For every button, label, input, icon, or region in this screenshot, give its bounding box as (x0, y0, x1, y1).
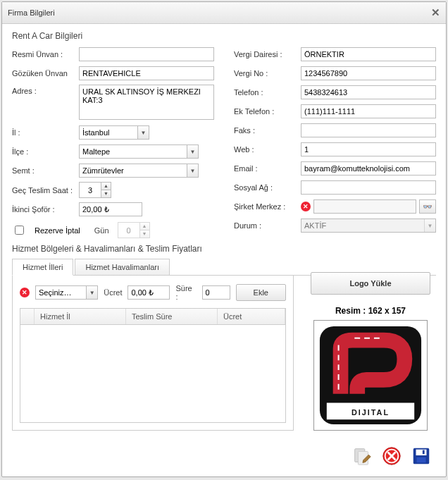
ek-telefon-label: Ek Telefon : (234, 107, 301, 116)
cancel-icon[interactable] (380, 444, 404, 468)
telefon-input[interactable] (301, 85, 436, 99)
spinner-up-icon: ▲ (140, 223, 149, 230)
col-teslim-sure: Teslim Süre (126, 309, 218, 324)
spinner-up-icon[interactable]: ▲ (101, 183, 111, 190)
vergi-no-label: Vergi No : (234, 69, 301, 78)
svg-text:DIJITAL: DIJITAL (351, 408, 390, 417)
gun-input (118, 223, 139, 238)
web-input[interactable] (301, 142, 436, 156)
gec-teslim-label: Geç Teslim Saat : (12, 186, 79, 195)
resmi-unvan-label: Resmi Ünvan : (12, 50, 79, 59)
ilce-label: İlçe : (12, 147, 79, 156)
gozuken-unvan-label: Gözüken Ünvan (12, 69, 79, 78)
semt-label: Semt : (12, 166, 79, 175)
lookup-icon[interactable]: 👓 (419, 199, 436, 214)
close-icon[interactable]: ✕ (431, 6, 440, 19)
gec-teslim-input[interactable] (80, 183, 101, 197)
durum-select[interactable] (301, 219, 436, 233)
sirket-merkez-label: Şirket Merkez : (234, 202, 301, 211)
vergi-dairesi-input[interactable] (301, 47, 436, 61)
faks-label: Faks : (234, 126, 301, 135)
web-label: Web : (234, 145, 301, 154)
chevron-down-icon[interactable]: ▼ (424, 219, 435, 232)
logo-image: DIJITAL (313, 320, 428, 431)
sosyal-ag-label: Sosyal Ağ : (234, 183, 301, 192)
resim-label: Resim : 162 x 157 (335, 306, 406, 316)
vergi-dairesi-label: Vergi Dairesi : (234, 50, 301, 59)
sosyal-ag-input[interactable] (301, 180, 436, 195)
email-label: Email : (234, 164, 301, 173)
col-ucret: Ücret (218, 309, 285, 324)
ikinci-sofor-input[interactable] (79, 202, 142, 216)
service-section-title: Hizmet Bölgeleri & Havalimanları & Tesli… (12, 244, 436, 254)
ekle-button[interactable]: Ekle (236, 284, 286, 301)
email-input[interactable] (301, 161, 436, 176)
section-title: Rent A Car Bilgileri (12, 31, 436, 41)
edit-icon[interactable] (350, 444, 374, 468)
adres-label: Adres : (12, 85, 79, 95)
adres-input[interactable] (79, 85, 214, 120)
tab-hizmet-havalimanlari[interactable]: Hizmet Havalimanları (75, 259, 170, 276)
gun-label: Gün (94, 226, 109, 235)
gozuken-unvan-input[interactable] (79, 66, 214, 80)
col-hizmet-il: Hizmet İl (35, 309, 126, 324)
chevron-down-icon[interactable]: ▼ (86, 286, 97, 299)
save-icon[interactable] (409, 444, 433, 468)
telefon-label: Telefon : (234, 88, 301, 97)
service-grid: Hizmet İl Teslim Süre Ücret (20, 308, 286, 423)
ek-telefon-input[interactable] (301, 104, 436, 118)
rezerve-iptal-label: Rezerve İptal (35, 226, 80, 235)
chevron-down-icon[interactable]: ▼ (187, 145, 198, 158)
chevron-down-icon[interactable]: ▼ (187, 164, 198, 177)
semt-select[interactable] (79, 164, 199, 178)
sure-label: Süre : (175, 284, 196, 301)
clear-icon[interactable]: ✕ (20, 288, 30, 297)
il-label: İl : (12, 128, 79, 137)
chevron-down-icon[interactable]: ▼ (137, 126, 149, 139)
sirket-merkez-input[interactable] (313, 199, 416, 214)
rezerve-iptal-checkbox[interactable] (15, 226, 24, 235)
clear-icon[interactable]: ✕ (301, 202, 311, 211)
svg-rect-10 (416, 450, 427, 455)
sure-input[interactable] (202, 285, 230, 300)
ikinci-sofor-label: İkinci Şoför : (12, 205, 79, 214)
svg-rect-11 (416, 457, 425, 463)
logo-yukle-button[interactable]: Logo Yükle (311, 272, 430, 295)
tab-hizmet-illeri[interactable]: Hizmet İlleri (12, 259, 73, 276)
faks-input[interactable] (301, 123, 436, 137)
vergi-no-input[interactable] (301, 66, 436, 80)
durum-label: Durum : (234, 221, 301, 230)
spinner-down-icon[interactable]: ▼ (101, 190, 111, 197)
ucret-input[interactable] (127, 285, 170, 300)
resmi-unvan-input[interactable] (79, 47, 214, 61)
svg-rect-12 (423, 450, 425, 455)
ilce-select[interactable] (79, 144, 199, 159)
spinner-down-icon: ▼ (140, 230, 149, 238)
ucret-label: Ücret (104, 288, 122, 297)
window-title: Firma Bilgileri (8, 8, 55, 17)
